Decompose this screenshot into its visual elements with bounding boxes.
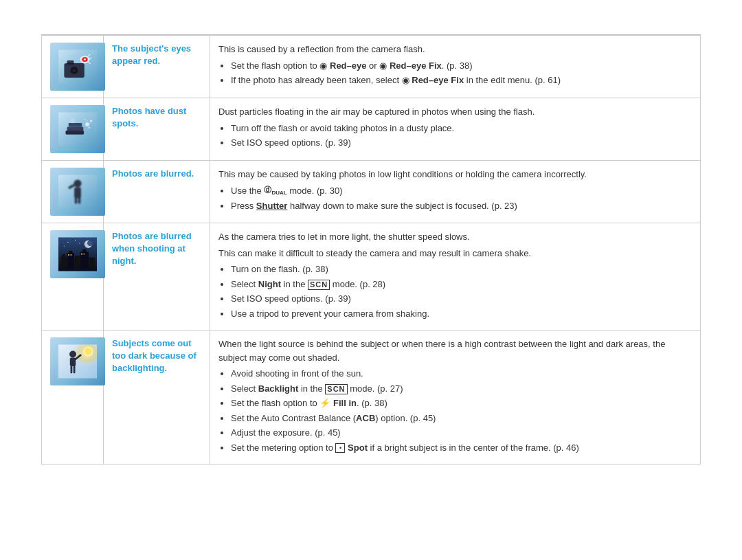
faq-bullet-item: Use the ⓓDUAL mode. (p. 30) xyxy=(231,184,692,198)
svg-rect-25 xyxy=(74,188,81,198)
faq-bullet-item: Adjust the exposure. (p. 45) xyxy=(231,426,692,440)
svg-point-22 xyxy=(71,119,76,124)
faq-label-cell: Photos are blurred when shooting at nigh… xyxy=(104,223,210,331)
svg-rect-13 xyxy=(66,131,85,135)
faq-desc-cell: Dust particles floating in the air may b… xyxy=(210,98,701,161)
svg-rect-34 xyxy=(75,256,80,269)
faq-bullet-item: Select Night in the SCN mode. (p. 28) xyxy=(231,278,692,291)
faq-label-cell: Photos are blurred. xyxy=(104,161,210,223)
svg-point-41 xyxy=(75,240,76,240)
footer xyxy=(41,477,701,487)
faq-bullet-item: Turn off the flash or avoid taking photo… xyxy=(231,122,692,135)
faq-label-backlight: Subjects come out too dark because of ba… xyxy=(112,338,196,373)
faq-bullet-item: Set the flash option to ⚡ Fill in. (p. 3… xyxy=(231,396,692,410)
faq-desc-cell: As the camera tries to let in more light… xyxy=(210,223,701,331)
faq-bullet-list: Set the flash option to ◉ Red–eye or ◉ R… xyxy=(231,59,692,87)
svg-rect-46 xyxy=(81,254,82,255)
faq-desc-line: This is caused by a reflection from the … xyxy=(218,43,692,56)
faq-bullet-list: Turn off the flash or avoid taking photo… xyxy=(231,122,692,150)
svg-point-16 xyxy=(85,122,89,126)
faq-bullet-item: Press Shutter halfway down to make sure … xyxy=(231,199,692,213)
svg-rect-30 xyxy=(61,257,67,269)
faq-label-dust: Photos have dust spots. xyxy=(112,106,186,128)
faq-desc-line: As the camera tries to let in more light… xyxy=(218,230,692,244)
faq-bullet-list: Turn on the flash. (p. 38)Select Night i… xyxy=(231,262,692,320)
faq-bullet-list: Use the ⓓDUAL mode. (p. 30)Press Shutter… xyxy=(231,184,692,213)
svg-rect-15 xyxy=(69,123,82,127)
faq-bullet-item: Use a tripod to prevent your camera from… xyxy=(231,307,692,321)
table-row: The subject's eyes appear red.This is ca… xyxy=(42,36,701,98)
faq-image-red-eye xyxy=(50,43,105,91)
svg-rect-27 xyxy=(75,197,78,204)
svg-point-8 xyxy=(84,58,86,60)
svg-rect-53 xyxy=(71,366,73,373)
faq-desc-cell: When the light source is behind the subj… xyxy=(210,331,701,464)
faq-table: The subject's eyes appear red.This is ca… xyxy=(41,35,701,464)
svg-point-50 xyxy=(69,351,76,358)
faq-bullet-item: Set ISO speed options. (p. 39) xyxy=(231,136,692,150)
faq-image-backlight xyxy=(50,337,105,385)
svg-rect-44 xyxy=(68,254,69,256)
svg-rect-45 xyxy=(71,254,72,256)
faq-image-cell xyxy=(42,36,104,98)
svg-point-56 xyxy=(85,348,92,355)
faq-bullet-item: Set ISO speed options. (p. 39) xyxy=(231,292,692,306)
table-row: Photos have dust spots.Dust particles fl… xyxy=(42,98,701,161)
svg-point-18 xyxy=(88,127,90,129)
faq-label-cell: The subject's eyes appear red. xyxy=(104,36,210,98)
faq-label-red-eye: The subject's eyes appear red. xyxy=(112,43,191,66)
svg-rect-54 xyxy=(74,366,76,373)
faq-bullet-item: Set the flash option to ◉ Red–eye or ◉ R… xyxy=(231,59,692,73)
svg-rect-37 xyxy=(89,258,95,269)
faq-image-cell xyxy=(42,98,104,161)
svg-point-43 xyxy=(79,243,80,243)
faq-desc-line: This may be caused by taking photos in l… xyxy=(218,168,692,181)
svg-point-19 xyxy=(84,119,85,120)
faq-desc-cell: This is caused by a reflection from the … xyxy=(210,36,701,98)
svg-rect-28 xyxy=(78,197,81,204)
faq-image-night xyxy=(50,230,105,278)
faq-desc-cell: This may be caused by taking photos in l… xyxy=(210,161,701,223)
table-row: Subjects come out too dark because of ba… xyxy=(42,331,701,464)
svg-point-5 xyxy=(72,69,76,73)
faq-label-blurred: Photos are blurred. xyxy=(112,168,194,179)
faq-label-night: Photos are blurred when shooting at nigh… xyxy=(112,231,192,266)
svg-point-39 xyxy=(87,240,93,246)
svg-point-42 xyxy=(64,245,65,246)
faq-image-cell xyxy=(42,161,104,223)
faq-bullet-item: Turn on the flash. (p. 38) xyxy=(231,262,692,276)
svg-point-24 xyxy=(74,180,81,188)
faq-image-cell xyxy=(42,331,104,464)
faq-desc-line: When the light source is behind the subj… xyxy=(218,337,692,364)
faq-bullet-item: Select Backlight in the SCN mode. (p. 27… xyxy=(231,382,692,396)
svg-rect-14 xyxy=(67,127,84,131)
faq-bullet-item: Set the metering option to • Spot if a b… xyxy=(231,441,692,455)
faq-desc-line: This can make it difficult to steady the… xyxy=(218,247,692,260)
faq-bullet-item: Set the Auto Contrast Balance (ACB) opti… xyxy=(231,412,692,425)
svg-rect-2 xyxy=(67,60,74,65)
faq-image-cell xyxy=(42,223,104,331)
faq-bullet-item: If the photo has already been taken, sel… xyxy=(231,74,692,87)
svg-point-17 xyxy=(90,120,93,122)
table-row: Photos are blurred when shooting at nigh… xyxy=(42,223,701,331)
faq-image-dust xyxy=(50,105,105,153)
faq-label-cell: Photos have dust spots. xyxy=(104,98,210,161)
faq-desc-line: Dust particles floating in the air may b… xyxy=(218,105,692,119)
table-row: Photos are blurred.This may be caused by… xyxy=(42,161,701,223)
svg-rect-36 xyxy=(82,249,87,254)
svg-rect-47 xyxy=(83,254,85,255)
svg-point-40 xyxy=(67,242,68,243)
faq-image-blurred xyxy=(50,168,105,216)
faq-bullet-item: Avoid shooting in front of the sun. xyxy=(231,367,692,381)
faq-bullet-list: Avoid shooting in front of the sun.Selec… xyxy=(231,367,692,454)
svg-rect-31 xyxy=(63,254,65,258)
faq-label-cell: Subjects come out too dark because of ba… xyxy=(104,331,210,464)
svg-rect-33 xyxy=(69,251,72,254)
